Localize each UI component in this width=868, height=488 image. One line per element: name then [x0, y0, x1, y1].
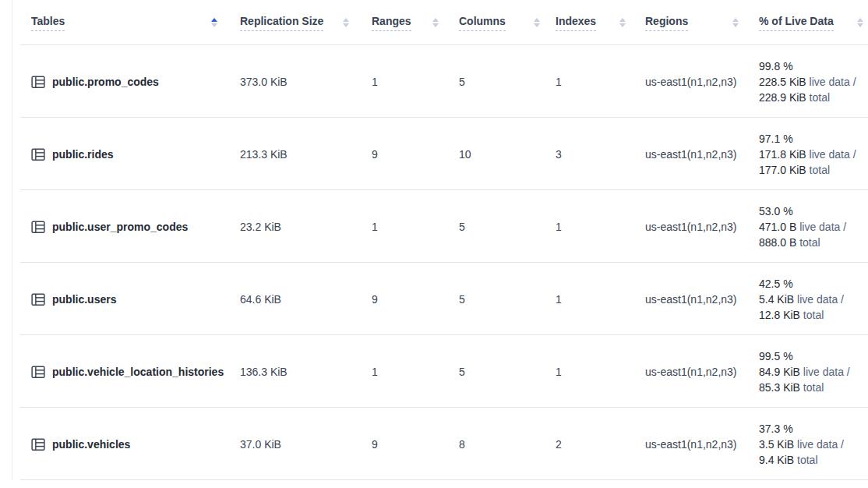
total-size-suffix: total: [799, 236, 820, 249]
regions-cell: us-east1(n1,n2,n3): [632, 438, 745, 451]
regions-cell: us-east1(n1,n2,n3): [632, 76, 745, 88]
table-name-cell: public.vehicle_location_histories: [12, 365, 227, 379]
table-name-cell: public.rides: [12, 147, 227, 161]
regions-cell: us-east1(n1,n2,n3): [632, 293, 745, 306]
live-size-suffix: live data /: [799, 221, 846, 233]
live-data-cell: 99.5 % 84.9 KiB live data / 85.3 KiB tot…: [745, 348, 868, 395]
column-header-columns[interactable]: Columns: [445, 0, 546, 45]
replication-size-cell: 23.2 KiB: [227, 221, 355, 233]
live-size-suffix: live data /: [797, 293, 844, 306]
indexes-cell: 1: [546, 221, 632, 233]
total-size: 228.9 KiB: [759, 91, 806, 104]
live-data-cell: 37.3 % 3.5 KiB live data / 9.4 KiB total: [745, 421, 868, 468]
sort-desc-icon: [857, 23, 863, 27]
table-name-link[interactable]: public.promo_codes: [52, 76, 159, 88]
column-header-ranges[interactable]: Ranges: [355, 0, 445, 45]
table-row: public.promo_codes 373.0 KiB 1 5 1 us-ea…: [12, 45, 868, 118]
total-size: 12.8 KiB: [759, 309, 800, 321]
live-size: 171.8 KiB: [759, 148, 806, 161]
total-size-suffix: total: [797, 454, 817, 466]
indexes-cell: 2: [546, 438, 632, 451]
table-name-link[interactable]: public.rides: [52, 148, 114, 161]
ranges-cell: 9: [355, 293, 445, 306]
total-size-suffix: total: [810, 164, 830, 176]
indexes-cell: 1: [546, 366, 632, 378]
sort-desc-icon: [732, 23, 739, 27]
live-percent: 42.5 %: [759, 278, 793, 290]
live-percent: 37.3 %: [759, 423, 793, 435]
ranges-cell: 1: [355, 76, 445, 88]
column-header-live-data[interactable]: % of Live Data: [745, 0, 868, 45]
table-name-cell: public.user_promo_codes: [12, 220, 227, 234]
live-percent: 99.8 %: [759, 60, 793, 72]
sort-desc-icon: [343, 23, 349, 27]
sort-icon: [211, 18, 217, 27]
column-header-label: Regions: [645, 15, 688, 31]
column-header-tables[interactable]: Tables: [12, 0, 227, 45]
sort-asc-icon: [534, 18, 540, 22]
column-header-label: Tables: [31, 15, 65, 31]
live-size: 3.5 KiB: [759, 438, 794, 451]
sort-asc-icon: [432, 18, 439, 22]
columns-cell: 10: [445, 148, 546, 161]
table-name-link[interactable]: public.vehicles: [52, 438, 130, 451]
table-name-cell: public.promo_codes: [12, 75, 227, 89]
total-size: 9.4 KiB: [759, 454, 794, 466]
replication-size-cell: 373.0 KiB: [227, 76, 355, 88]
live-size-suffix: live data /: [810, 148, 856, 161]
column-header-regions[interactable]: Regions: [632, 0, 745, 45]
live-size: 471.0 B: [759, 221, 796, 233]
table-row: public.user_promo_codes 23.2 KiB 1 5 1 u…: [12, 190, 868, 263]
column-header-label: Ranges: [372, 15, 411, 31]
live-percent: 97.1 %: [759, 133, 793, 145]
live-data-cell: 99.8 % 228.5 KiB live data / 228.9 KiB t…: [745, 58, 868, 105]
live-percent: 53.0 %: [759, 205, 793, 217]
total-size-suffix: total: [803, 381, 824, 394]
live-size: 84.9 KiB: [759, 366, 800, 378]
total-size-suffix: total: [810, 91, 830, 104]
table-name-link[interactable]: public.users: [52, 293, 116, 306]
table-icon: [31, 292, 45, 306]
sort-icon: [343, 18, 349, 27]
sort-asc-icon: [343, 18, 349, 22]
columns-cell: 8: [445, 438, 546, 451]
sort-desc-icon: [619, 23, 626, 27]
table-icon: [31, 365, 45, 379]
sort-icon: [619, 18, 626, 27]
column-header-indexes[interactable]: Indexes: [546, 0, 632, 45]
indexes-cell: 1: [546, 76, 632, 88]
tables-list-card: Tables Replication Size Ranges Columns I…: [12, 0, 868, 480]
ranges-cell: 1: [355, 366, 445, 378]
sort-asc-icon: [619, 18, 626, 22]
regions-cell: us-east1(n1,n2,n3): [632, 148, 745, 161]
replication-size-cell: 64.6 KiB: [227, 293, 355, 306]
total-size: 888.0 B: [759, 236, 796, 249]
table-row: public.vehicle_location_histories 136.3 …: [12, 335, 868, 408]
live-data-cell: 42.5 % 5.4 KiB live data / 12.8 KiB tota…: [745, 276, 868, 323]
sort-desc-icon: [534, 23, 540, 27]
table-name-cell: public.users: [12, 292, 227, 306]
table-name-link[interactable]: public.user_promo_codes: [52, 221, 188, 233]
ranges-cell: 9: [355, 438, 445, 451]
columns-cell: 5: [445, 221, 546, 233]
column-header-label: % of Live Data: [759, 15, 834, 31]
table-icon: [31, 147, 45, 161]
sort-icon: [432, 18, 439, 27]
column-header-replication-size[interactable]: Replication Size: [227, 0, 355, 45]
replication-size-cell: 37.0 KiB: [227, 438, 355, 451]
indexes-cell: 3: [546, 148, 632, 161]
live-size-suffix: live data /: [810, 76, 856, 88]
table-name-link[interactable]: public.vehicle_location_histories: [52, 366, 224, 378]
columns-cell: 5: [445, 293, 546, 306]
live-data-cell: 53.0 % 471.0 B live data / 888.0 B total: [745, 203, 868, 250]
indexes-cell: 1: [546, 293, 632, 306]
table-row: public.rides 213.3 KiB 9 10 3 us-east1(n…: [12, 118, 868, 190]
column-header-label: Columns: [459, 15, 506, 31]
table-name-cell: public.vehicles: [12, 437, 227, 451]
ranges-cell: 1: [355, 221, 445, 233]
ranges-cell: 9: [355, 148, 445, 161]
sort-asc-icon: [211, 18, 217, 22]
replication-size-cell: 136.3 KiB: [227, 366, 355, 378]
columns-cell: 5: [445, 76, 546, 88]
live-size: 5.4 KiB: [759, 293, 794, 306]
